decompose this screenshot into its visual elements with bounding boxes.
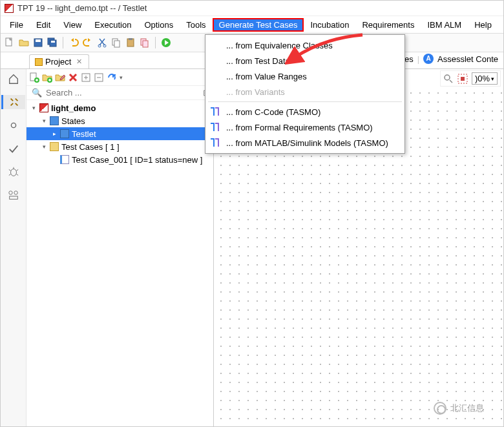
watermark-text: 北汇信息 [450,402,484,414]
menu-execution[interactable]: Execution [88,18,138,32]
folder-icon [50,116,59,125]
menuitem-label: ... from Variants [226,87,285,97]
menuitem-from-variants: ... from Variants [205,84,404,99]
tasmo-icon [209,107,221,117]
menu-ibm-alm[interactable]: IBM ALM [421,18,468,32]
rail-bug-icon[interactable] [6,165,21,179]
folder-icon [60,129,69,138]
rail-tools-icon[interactable] [1,95,25,109]
svg-rect-21 [9,196,17,200]
tab-project[interactable]: Project ✕ [29,54,89,68]
project-icon [39,103,48,112]
svg-rect-13 [143,41,148,47]
menu-view[interactable]: View [57,18,88,32]
rail-dashboard-icon[interactable] [6,188,21,202]
run-icon[interactable] [161,37,171,48]
left-rail [1,69,26,427]
menuitem-label: ... from Value Ranges [226,72,307,81]
toolbar-separator [155,37,156,48]
expand-arrow-icon[interactable]: ▾ [41,143,47,150]
search-input[interactable] [45,87,202,98]
project-panel: ▾ 🔍 ⊟ ▾ light_demo ▾ States ▸ Testlet [26,69,214,427]
chevron-down-icon[interactable]: ▾ [120,74,123,81]
new-file-icon[interactable] [5,37,15,48]
new-item-icon[interactable] [29,72,39,83]
edit-item-icon[interactable] [55,72,65,83]
watermark-logo-icon [434,402,446,415]
redo-icon[interactable] [83,37,93,48]
rail-home-icon[interactable] [6,72,21,86]
tree-node-root[interactable]: ▾ light_demo [26,101,213,114]
blank-icon [209,71,221,81]
canvas-right-controls: )0% ▾ [440,70,501,87]
menuitem-from-formal-req[interactable]: ... from Formal Requirements (TASMO) [205,120,404,135]
menu-generate-test-cases[interactable]: Generate Test Cases [213,18,304,32]
paste-icon[interactable] [125,37,136,48]
menu-tools[interactable]: Tools [180,18,212,32]
tasmo-icon [209,138,221,148]
duplicate-icon[interactable] [140,37,150,48]
expand-icon[interactable] [81,72,91,83]
tree-states-label: States [61,116,85,126]
expand-arrow-icon[interactable]: ▸ [51,130,58,137]
tree-node-testcase1[interactable]: Test Case_001 [ ID=1 status=new ] [26,153,213,166]
save-all-icon[interactable] [47,37,58,48]
refresh-icon[interactable] [107,72,117,83]
menuitem-from-equivalence-classes[interactable]: ... from Equivalence Classes [205,37,404,53]
svg-rect-2 [36,39,41,42]
window-title: TPT 19 -- light_demo.tpt -- / Testlet [17,3,147,13]
chevron-down-icon: ▾ [491,76,494,82]
save-icon[interactable] [33,37,43,48]
tree-testcases-label: Test Cases [ 1 ] [61,142,120,152]
menu-separator [208,101,402,102]
fit-icon[interactable] [457,74,468,84]
tree-node-states[interactable]: ▾ States [26,114,213,127]
project-tab-label: Project [45,57,71,67]
menuitem-from-matlab[interactable]: ... from MATLAB/Simulink Models (TASMO) [205,135,404,151]
menu-requirements[interactable]: Requirements [355,18,421,32]
zoom-select[interactable]: )0% ▾ [472,72,498,85]
expand-arrow-icon[interactable]: ▾ [41,118,47,124]
menuitem-from-value-ranges[interactable]: ... from Value Ranges [205,68,404,84]
file-icon [60,155,69,164]
titlebar: TPT 19 -- light_demo.tpt -- / Testlet [1,1,503,16]
rail-check-icon[interactable] [6,141,21,156]
close-icon[interactable]: ✕ [76,57,82,66]
tasmo-icon [209,122,221,132]
magnify-icon[interactable] [443,74,454,84]
svg-point-15 [445,75,450,80]
tree-node-testlet[interactable]: ▸ Testlet [26,127,213,140]
menuitem-label: ... from Test Data [226,56,290,66]
expand-arrow-icon [51,156,58,163]
search-icon: 🔍 [32,88,42,98]
new-folder-icon[interactable] [42,72,52,83]
menu-options[interactable]: Options [138,18,180,32]
menuitem-label: ... from Formal Requirements (TASMO) [226,123,373,132]
tree-testlet-label: Testlet [72,129,96,139]
cut-icon[interactable] [97,37,107,48]
undo-icon[interactable] [68,37,79,48]
tree-root-label: light_demo [51,103,96,113]
menubar: File Edit View Execution Options Tools G… [1,16,503,33]
menuitem-from-test-data[interactable]: ... from Test Data [205,53,404,68]
menuitem-from-ccode[interactable]: ... from C-Code (TASMO) [205,104,404,120]
blank-icon [209,56,221,66]
menu-file[interactable]: File [3,18,30,32]
menu-incubation[interactable]: Incubation [304,18,355,32]
copy-icon[interactable] [111,37,121,48]
menu-help[interactable]: Help [468,18,498,32]
blank-icon [209,40,221,50]
assesslet-icon: A [423,54,434,64]
open-folder-icon[interactable] [19,37,29,48]
tree-node-testcases[interactable]: ▾ Test Cases [ 1 ] [26,140,213,153]
svg-point-18 [10,169,16,176]
delete-icon[interactable] [68,72,78,83]
collapse-icon[interactable] [94,72,104,83]
svg-rect-17 [461,77,465,81]
rail-link-icon[interactable] [6,118,21,132]
svg-point-20 [14,191,17,194]
menu-edit[interactable]: Edit [30,18,57,32]
generate-test-cases-menu: ... from Equivalence Classes ... from Te… [205,34,405,154]
expand-arrow-icon[interactable]: ▾ [30,105,37,111]
svg-point-19 [8,191,12,194]
